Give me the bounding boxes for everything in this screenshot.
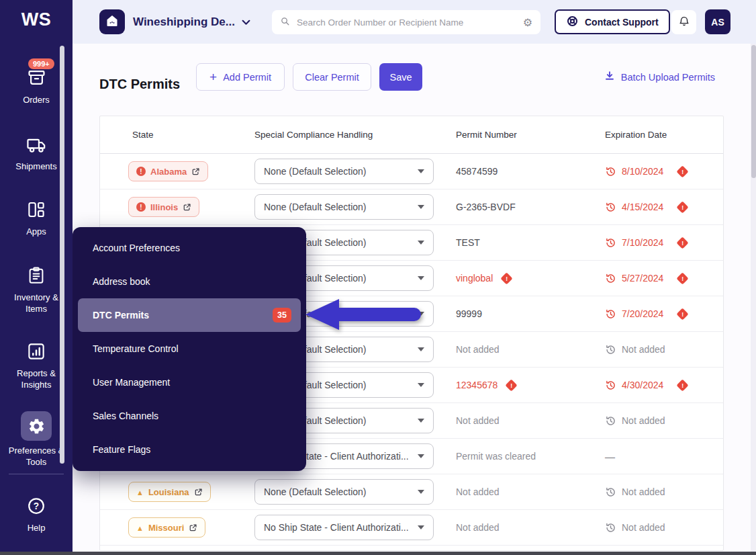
expiration-date-cell: 4/30/2024 xyxy=(605,380,723,391)
expiration-date-cell: Not added xyxy=(605,344,723,355)
alert-diamond-icon xyxy=(501,272,513,284)
error-icon xyxy=(136,202,146,212)
permit-number-cell: 12345678 xyxy=(456,380,605,390)
compliance-dropdown[interactable]: None (Default Selection) xyxy=(254,479,434,505)
alert-diamond-icon xyxy=(677,237,689,249)
menu-item-label: DTC Permits xyxy=(93,310,149,321)
state-chip-alabama[interactable]: Alabama xyxy=(128,161,208,181)
caret-down-icon xyxy=(418,383,424,387)
table-row: AlabamaNone (Default Selection)458745998… xyxy=(100,154,723,189)
history-clock-icon xyxy=(605,522,616,533)
clear-permit-button[interactable]: Clear Permit xyxy=(293,63,371,91)
alert-diamond-icon xyxy=(506,379,518,391)
batch-upload-permits-link[interactable]: Batch Upload Permits xyxy=(604,71,715,83)
history-clock-icon xyxy=(605,380,616,391)
table-row xyxy=(100,546,723,551)
workspace-switcher[interactable]: Wineshipping De... xyxy=(133,0,250,44)
external-link-icon xyxy=(183,203,191,212)
column-header-special-compliance-handling: Special Compliance Handling xyxy=(254,130,456,140)
home-button[interactable] xyxy=(99,9,125,34)
menu-item-dtc-permits[interactable]: DTC Permits35 xyxy=(78,298,301,332)
save-button[interactable]: Save xyxy=(379,63,422,91)
permit-number-value: 99999 xyxy=(456,308,482,319)
contact-support-button[interactable]: Contact Support xyxy=(555,9,670,34)
workspace-name: Wineshipping De... xyxy=(133,15,235,29)
compliance-dropdown[interactable]: None (Default Selection) xyxy=(254,159,434,184)
table-row: MissouriNo Ship State - Client Authoriza… xyxy=(100,510,723,546)
bar-chart-icon xyxy=(24,339,48,364)
warning-icon xyxy=(136,487,144,497)
state-chip-illinois[interactable]: Illinois xyxy=(128,197,199,217)
error-icon xyxy=(136,167,146,176)
expiration-date-value: 4/15/2024 xyxy=(622,202,663,212)
expiration-date-cell: Not added xyxy=(605,522,723,533)
permit-number-value: Not added xyxy=(456,522,500,533)
svg-text:?: ? xyxy=(34,501,39,511)
state-name: Missouri xyxy=(148,523,184,533)
search-box xyxy=(272,10,540,34)
search-settings-icon[interactable] xyxy=(523,16,532,29)
history-clock-icon xyxy=(605,486,616,498)
caret-down-icon xyxy=(418,241,424,245)
menu-item-temperature-control[interactable]: Temperature Control xyxy=(73,332,306,366)
compliance-selected-value: None (Default Selection) xyxy=(264,202,412,212)
app-window: WS Orders999+ShipmentsAppsInventory & It… xyxy=(0,0,756,555)
menu-item-address-book[interactable]: Address book xyxy=(73,265,306,298)
contact-support-label: Contact Support xyxy=(585,17,659,28)
annotation-arrow xyxy=(305,297,428,332)
compliance-dropdown[interactable]: None (Default Selection) xyxy=(254,194,434,220)
expiration-date-value: — xyxy=(605,451,615,462)
state-cell: Missouri xyxy=(100,517,254,538)
search-input[interactable] xyxy=(295,17,518,28)
count-badge: 35 xyxy=(273,308,291,323)
permit-number-value: Not added xyxy=(456,344,500,355)
save-label: Save xyxy=(389,72,412,83)
expiration-date-value: Not added xyxy=(622,522,665,533)
menu-item-label: User Management xyxy=(93,377,170,388)
external-link-icon xyxy=(194,488,203,497)
expiration-date-value: Not added xyxy=(622,415,665,426)
add-permit-button[interactable]: Add Permit xyxy=(196,63,285,91)
column-header-expiration-date: Expiration Date xyxy=(605,130,723,140)
bottom-edge-bar xyxy=(0,552,756,555)
history-clock-icon xyxy=(605,237,616,249)
history-clock-icon xyxy=(605,166,616,177)
caret-down-icon xyxy=(418,454,424,458)
warning-icon xyxy=(136,523,144,533)
notifications-button[interactable] xyxy=(671,10,696,34)
state-name: Louisiana xyxy=(148,487,189,497)
page-scrollbar-thumb[interactable] xyxy=(751,45,756,178)
compliance-selected-value: None (Default Selection) xyxy=(264,166,412,177)
caret-down-icon xyxy=(418,169,424,173)
apps-grid-icon xyxy=(24,198,48,222)
expiration-date-cell: 4/15/2024 xyxy=(605,202,723,213)
history-clock-icon xyxy=(605,273,616,284)
menu-item-account-preferences[interactable]: Account Preferences xyxy=(73,231,306,265)
menu-item-label: Sales Channels xyxy=(93,411,158,421)
notification-count-badge: 999+ xyxy=(28,58,54,69)
table-header: StateSpecial Compliance HandlingPermit N… xyxy=(100,116,723,154)
sidebar-item-label: Shipments xyxy=(13,161,59,173)
sidebar-scrollbar[interactable] xyxy=(60,46,64,464)
menu-item-sales-channels[interactable]: Sales Channels xyxy=(73,399,306,433)
truck-icon xyxy=(24,132,48,157)
state-chip-louisiana[interactable]: Louisiana xyxy=(128,482,211,502)
compliance-dropdown[interactable] xyxy=(254,550,434,551)
avatar[interactable]: AS xyxy=(705,9,730,34)
menu-item-label: Feature Flags xyxy=(93,444,150,455)
chevron-down-icon xyxy=(242,15,250,29)
state-chip-missouri[interactable]: Missouri xyxy=(128,517,205,538)
expiration-date-cell: 7/10/2024 xyxy=(605,237,723,249)
table-row: LouisianaNone (Default Selection)Not add… xyxy=(100,474,723,510)
menu-item-user-management[interactable]: User Management xyxy=(73,366,306,399)
permit-number-cell: G-2365-BVDF xyxy=(456,202,605,212)
menu-item-feature-flags[interactable]: Feature Flags xyxy=(73,433,306,466)
state-cell: Alabama xyxy=(100,161,254,181)
history-clock-icon xyxy=(605,202,616,213)
permit-number-value: G-2365-BVDF xyxy=(456,202,516,212)
alert-diamond-icon xyxy=(677,379,689,391)
expiration-date-cell: Not added xyxy=(605,415,723,427)
sidebar-item-help[interactable]: ?Help xyxy=(0,494,73,534)
compliance-dropdown[interactable]: No Ship State - Client Authorizati... xyxy=(254,515,434,540)
alert-diamond-icon xyxy=(677,272,689,284)
